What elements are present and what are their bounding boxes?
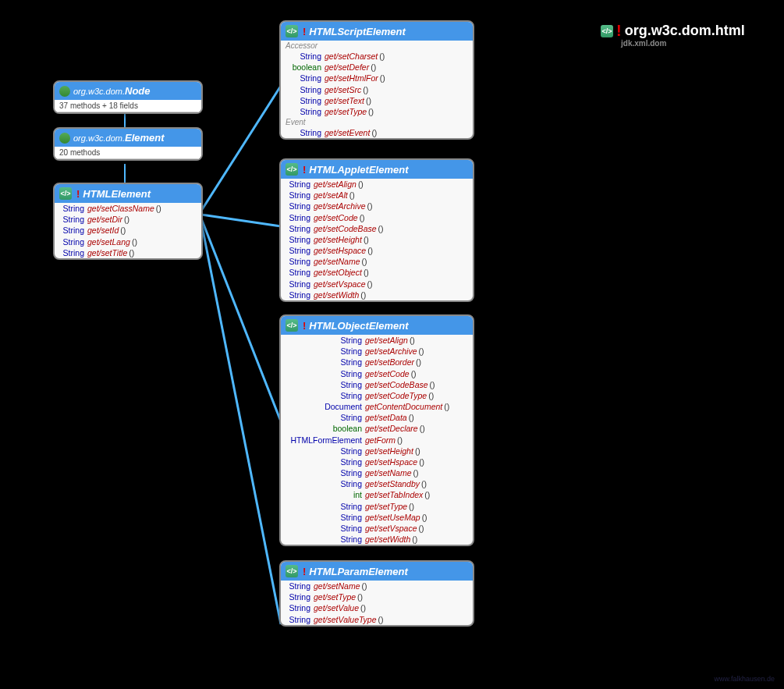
method-row: Stringget/setCodeBase() [281,223,473,234]
return-type: String [286,390,362,401]
method-name: get/setDir [87,214,122,225]
method-name: get/setClassName [87,203,154,214]
deprecated-icon: ! [303,320,306,332]
method-parens: () [360,212,365,223]
interface-icon: </> [286,565,298,577]
class-htmlelement: </> ! HTMLElement Stringget/setClassName… [53,183,203,260]
method-row: Stringget/setAlign() [281,179,473,190]
return-type: String [286,201,310,211]
return-type: Document [286,401,362,412]
interface-icon: </> [286,25,298,37]
method-name: get/setLang [87,236,130,247]
method-parens: () [409,412,414,423]
class-summary: 20 methods [55,147,201,159]
method-parens: () [371,127,377,138]
return-type: String [286,84,321,95]
return-type: String [286,523,362,534]
deprecated-icon: ! [303,26,306,37]
deprecated-icon: ! [303,566,306,577]
package-title: </> ! org.w3c.dom.html jdk.xml.dom [601,22,745,40]
return-type: String [59,247,84,258]
method-name: get/setValue [314,602,359,613]
method-parens: () [416,357,421,368]
class-header: </> ! HTMLAppletElement [281,160,473,179]
method-parens: () [419,456,424,467]
return-type: String [59,225,84,236]
return-type: String [59,214,84,225]
return-type: String [286,581,310,591]
method-row: Stringget/setData() [281,412,473,423]
method-parens: () [419,523,424,534]
method-parens: () [421,478,427,489]
class-htmlparamelement: </> ! HTMLParamElement Stringget/setName… [279,560,474,627]
method-name: get/setType [314,591,356,602]
method-row: Stringget/setHeight() [281,446,473,456]
method-parens: () [422,512,427,523]
interface-icon: </> [286,163,298,176]
method-name: get/setText [325,95,364,106]
method-name: get/setHspace [314,245,366,256]
return-type: String [286,179,310,190]
method-name: get/setName [365,467,412,478]
class-header: </> ! HTMLScriptElement [281,22,473,41]
method-parens: () [357,591,363,602]
method-row: Stringget/setObject() [281,267,473,278]
method-row: Stringget/setArchive() [281,346,473,357]
method-parens: () [428,390,434,401]
method-name: get/setWidth [365,534,410,545]
section-label: Event [281,117,473,127]
return-type: HTMLFormElement [286,435,362,446]
method-row: Stringget/setStandby() [281,478,473,489]
class-icon [59,86,70,97]
method-parens: () [412,534,417,545]
method-parens: () [420,423,425,434]
return-type: String [286,190,310,201]
class-htmlscriptelement: </> ! HTMLScriptElement AccessorStringge… [279,20,474,140]
method-parens: () [358,179,364,190]
method-name: get/setId [87,225,119,236]
method-row: Stringget/setUseMap() [281,512,473,523]
method-name: get/setHtmlFor [325,73,378,83]
method-row: Stringget/setDir() [55,214,201,225]
method-parens: () [378,223,384,234]
method-name: get/setType [365,501,407,512]
method-name: get/setBorder [365,357,414,368]
method-parens: () [120,225,126,236]
method-row: Stringget/setHspace() [281,245,473,256]
method-parens: () [132,236,137,247]
section-label: Accessor [281,41,473,51]
method-name: get/setCode [314,212,358,223]
method-row: Stringget/setId() [55,225,201,236]
method-parens: () [366,95,371,106]
method-name: get/setVspace [365,523,417,534]
method-parens: () [367,201,373,211]
return-type: String [286,256,310,267]
interface-icon: </> [286,319,298,332]
method-name: get/setHeight [314,234,362,245]
method-name: get/setTitle [87,247,127,258]
method-parens: () [411,368,417,379]
method-parens: () [367,245,373,256]
return-type: String [286,127,321,138]
method-name: get/setUseMap [365,512,420,523]
method-name: get/setWidth [314,289,359,300]
method-name: get/setCode [365,368,410,379]
method-row: Stringget/setHtmlFor() [281,73,473,83]
method-parens: () [362,256,367,267]
method-name: get/setValueType [314,614,377,625]
return-type: boolean [286,62,321,73]
method-row: Stringget/setValue() [281,602,473,613]
method-name: get/setData [365,412,407,423]
method-parens: () [409,501,414,512]
return-type: String [286,478,362,489]
svg-line-3 [201,215,281,226]
method-row: Stringget/setName() [281,467,473,478]
return-type: String [286,289,310,300]
method-parens: () [156,203,161,214]
method-row: intget/setTabIndex() [281,489,473,500]
method-row: DocumentgetContentDocument() [281,401,473,412]
method-row: Stringget/setVspace() [281,523,473,534]
method-name: get/setObject [314,267,362,278]
method-row: Stringget/setName() [281,256,473,267]
method-parens: () [419,346,424,357]
